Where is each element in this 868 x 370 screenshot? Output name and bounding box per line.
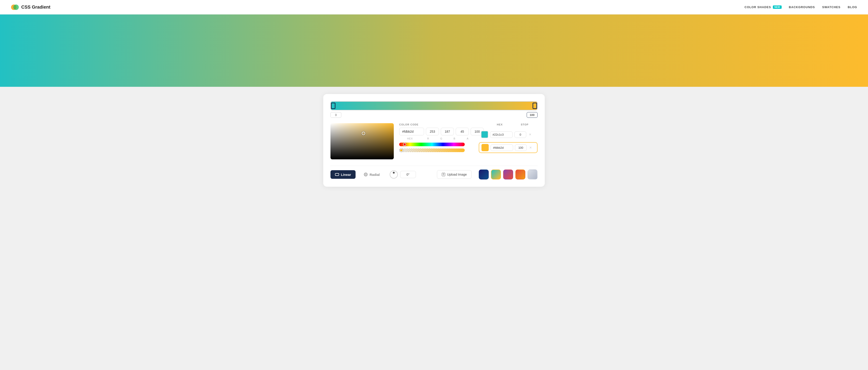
b-input[interactable] <box>456 128 469 135</box>
stop-row-2: × <box>479 142 537 153</box>
gradient-bar-container: 0 100 <box>331 101 537 118</box>
gradient-label-right[interactable]: 100 <box>527 112 537 118</box>
preset-3[interactable] <box>503 169 513 180</box>
radial-button[interactable]: Radial <box>359 170 384 179</box>
stop-swatch-2[interactable] <box>482 144 489 151</box>
angle-dot <box>393 172 395 174</box>
nav-blog[interactable]: BLOG <box>848 5 857 9</box>
angle-input[interactable] <box>400 171 416 178</box>
stops-header-hex: HEX <box>488 123 517 126</box>
upload-button[interactable]: Upload Image <box>437 170 471 179</box>
main-panel: 0 100 COLOR CODE <box>323 94 545 187</box>
gradient-handle-left[interactable] <box>331 103 336 109</box>
logo-text: CSS Gradient <box>21 4 51 10</box>
stop-remove-1[interactable]: × <box>528 132 532 136</box>
stops-header: HEX STOP <box>479 123 537 127</box>
stop-hex-2[interactable] <box>491 145 513 151</box>
sub-a: A <box>462 137 473 140</box>
stop-hex-1[interactable] <box>490 131 513 138</box>
svg-rect-2 <box>335 173 339 176</box>
nav-backgrounds[interactable]: BACKGROUNDS <box>789 5 815 9</box>
nav-logo[interactable]: CSS Gradient <box>11 3 51 11</box>
nav-links: COLOR SHADES NEW BACKGROUNDS SWATCHES BL… <box>745 5 857 9</box>
alpha-slider-handle[interactable] <box>400 149 403 152</box>
upload-label: Upload Image <box>447 173 467 176</box>
stop-remove-2[interactable]: × <box>528 146 533 150</box>
color-picker-canvas[interactable] <box>331 123 394 159</box>
linear-button[interactable]: Linear <box>331 170 355 179</box>
g-input[interactable] <box>441 128 454 135</box>
linear-icon <box>335 173 339 177</box>
svg-point-4 <box>365 174 366 175</box>
new-badge: NEW <box>773 5 782 9</box>
svg-point-3 <box>364 173 367 176</box>
color-code-sub-labels: HEX R G B A <box>399 137 473 140</box>
hue-slider-handle[interactable] <box>403 143 406 146</box>
color-picker-inner <box>331 123 394 159</box>
panel-area: 0 100 COLOR CODE <box>0 87 868 197</box>
preset-4[interactable] <box>515 169 525 180</box>
gradient-bar[interactable] <box>331 101 537 110</box>
preset-swatches <box>479 169 537 180</box>
color-picker-handle[interactable] <box>362 131 365 135</box>
alpha-slider[interactable] <box>399 149 465 152</box>
color-editor: COLOR CODE HEX R G B A <box>331 123 537 159</box>
logo-icon <box>11 3 19 11</box>
color-code-label: COLOR CODE <box>399 123 473 126</box>
sub-hex: HEX <box>399 137 421 140</box>
navbar: CSS Gradient COLOR SHADES NEW BACKGROUND… <box>0 0 868 14</box>
sub-b: B <box>449 137 460 140</box>
stop-row-1: × <box>479 129 537 140</box>
angle-display <box>390 171 416 179</box>
color-code-inputs <box>399 128 473 135</box>
radial-label: Radial <box>370 173 380 177</box>
preset-1[interactable] <box>479 169 489 180</box>
stop-swatch-1[interactable] <box>481 131 488 138</box>
gradient-bar-labels: 0 100 <box>331 112 537 118</box>
gradient-handle-right[interactable] <box>532 103 537 109</box>
preset-2[interactable] <box>491 169 501 180</box>
hue-slider[interactable] <box>399 143 465 146</box>
stop-number-1[interactable] <box>515 131 526 138</box>
gradient-label-left[interactable]: 0 <box>331 112 341 118</box>
preset-5[interactable] <box>528 169 537 180</box>
color-code-section: COLOR CODE HEX R G B A <box>399 123 473 159</box>
gradient-preview <box>0 14 868 87</box>
svg-point-1 <box>13 4 19 10</box>
bottom-bar: Linear Radial <box>331 166 537 180</box>
linear-label: Linear <box>341 173 351 177</box>
sub-g: G <box>436 137 447 140</box>
radial-icon <box>364 173 368 177</box>
nav-color-shades[interactable]: COLOR SHADES NEW <box>745 5 782 9</box>
angle-circle[interactable] <box>390 171 398 179</box>
r-input[interactable] <box>426 128 439 135</box>
stops-section: HEX STOP × × <box>479 123 537 159</box>
stop-number-2[interactable] <box>515 145 527 151</box>
stops-header-stop: STOP <box>519 123 530 126</box>
nav-swatches[interactable]: SWATCHES <box>822 5 840 9</box>
upload-icon <box>442 173 445 176</box>
sub-r: R <box>423 137 434 140</box>
hex-input[interactable] <box>399 128 424 135</box>
alpha-gradient <box>399 149 465 152</box>
